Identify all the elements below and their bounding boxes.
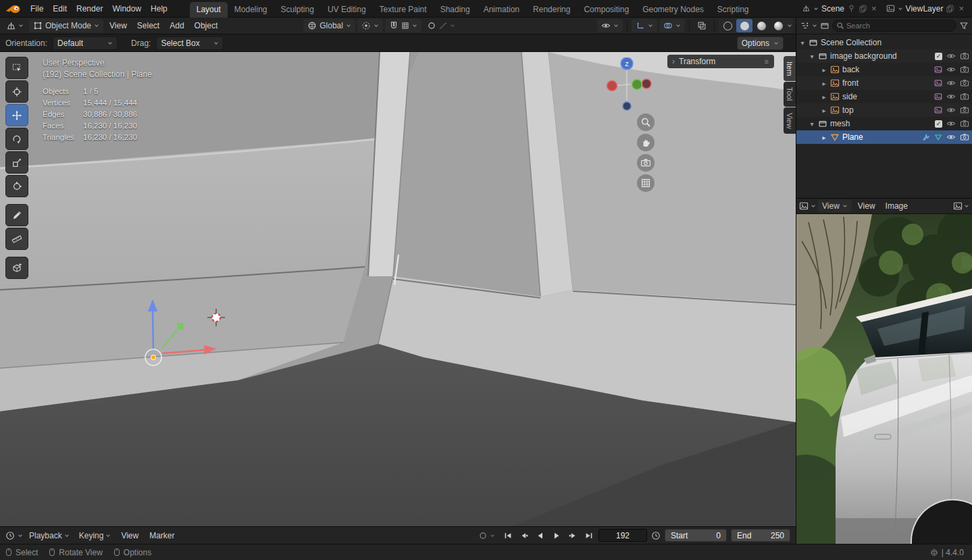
cursor-tool[interactable] (5, 80, 28, 103)
outliner-search-input[interactable] (832, 20, 956, 32)
playback-dropdown[interactable]: Playback (26, 529, 73, 542)
chevron-down-icon[interactable] (787, 23, 792, 28)
camera-icon[interactable] (960, 105, 969, 115)
expander-icon[interactable]: ▸ (821, 66, 827, 74)
axis-x-negative[interactable] (607, 81, 617, 91)
expander-icon[interactable]: ▸ (821, 93, 827, 101)
modifier-wrench-icon[interactable] (922, 133, 930, 141)
outliner-row-top[interactable]: ▸ top (796, 103, 972, 117)
tab-modeling[interactable]: Modeling (228, 2, 274, 18)
scene-selector[interactable]: Scene × (799, 3, 881, 15)
next-keyframe-button[interactable] (566, 530, 580, 542)
xray-toggle[interactable] (694, 19, 710, 32)
image-editor-icon[interactable] (799, 201, 809, 211)
tab-view[interactable]: View (784, 107, 796, 134)
proportional-edit-toggle[interactable] (424, 19, 459, 32)
jump-to-end-button[interactable] (582, 530, 596, 542)
outliner-row-image-background[interactable]: ▾ image background ✓ (796, 49, 972, 63)
mesh-data-icon[interactable] (934, 133, 942, 141)
unlink-scene-icon[interactable]: × (870, 4, 878, 13)
scale-tool[interactable] (5, 151, 28, 174)
play-reverse-button[interactable] (534, 530, 547, 542)
tab-geometry-nodes[interactable]: Geometry Nodes (636, 2, 711, 18)
pivot-point-dropdown[interactable] (357, 19, 383, 32)
tab-uv-editing[interactable]: UV Editing (321, 2, 373, 18)
tab-scripting[interactable]: Scripting (711, 2, 756, 18)
menu-object[interactable]: Object (190, 21, 222, 30)
transform-orientation-dropdown[interactable]: Global (303, 19, 355, 32)
shading-solid-button[interactable] (736, 19, 752, 32)
measure-tool[interactable] (5, 228, 28, 250)
transform-panel-header[interactable]: › Transform ≡ (667, 55, 774, 68)
menu-add[interactable]: Add (165, 21, 188, 30)
filter-icon[interactable] (959, 21, 969, 30)
menu-view[interactable]: View (105, 21, 131, 30)
eye-icon[interactable] (946, 105, 956, 115)
outliner-row-back[interactable]: ▸ back (796, 63, 972, 76)
transform-tool[interactable] (5, 175, 28, 197)
outliner-row-mesh[interactable]: ▾ mesh ✓ (796, 117, 972, 130)
pin-icon[interactable] (847, 4, 856, 13)
current-frame-field[interactable]: 192 (598, 529, 647, 542)
panel-grip-icon[interactable]: ≡ (765, 57, 769, 66)
camera-view-button[interactable] (637, 154, 655, 172)
camera-icon[interactable] (960, 119, 969, 128)
shading-material-button[interactable] (753, 19, 769, 32)
new-view-layer-icon[interactable] (946, 4, 954, 13)
tab-shading[interactable]: Shading (434, 2, 477, 18)
select-box-tool[interactable] (5, 57, 28, 79)
end-frame-field[interactable]: End 250 (731, 529, 790, 542)
outliner-row-scene-collection[interactable]: ▾ Scene Collection (796, 36, 972, 49)
tab-rendering[interactable]: Rendering (526, 2, 577, 18)
outliner-row-plane[interactable]: ▸ Plane (796, 130, 972, 144)
gizmos-dropdown[interactable] (632, 19, 657, 32)
checkbox-icon[interactable]: ✓ (935, 53, 942, 60)
camera-icon[interactable] (960, 78, 969, 88)
timeline-editor-icon[interactable] (5, 531, 15, 540)
menu-help[interactable]: Help (146, 1, 172, 16)
eye-icon[interactable] (946, 132, 956, 142)
display-mode-icon[interactable] (820, 21, 829, 30)
image-data-icon[interactable] (934, 93, 942, 101)
tab-animation[interactable]: Animation (477, 2, 526, 18)
tab-item[interactable]: Item (784, 56, 796, 81)
chevron-down-icon[interactable] (964, 203, 969, 209)
tab-tool[interactable]: Tool (784, 82, 796, 106)
camera-icon[interactable] (960, 132, 969, 142)
image-data-icon[interactable] (934, 66, 942, 74)
visibility-dropdown[interactable] (597, 19, 623, 32)
annotate-tool[interactable] (5, 204, 28, 226)
menu-file[interactable]: File (26, 1, 48, 16)
image-canvas[interactable] (796, 214, 972, 544)
menu-select[interactable]: Select (133, 21, 163, 30)
snap-dropdown[interactable] (385, 19, 421, 32)
tab-sculpting[interactable]: Sculpting (274, 2, 321, 18)
add-cube-tool[interactable] (5, 257, 28, 279)
axis-z-negative[interactable] (623, 102, 631, 110)
image-data-icon[interactable] (934, 106, 942, 114)
editor-type-button[interactable] (3, 19, 27, 32)
camera-icon[interactable] (960, 51, 969, 61)
menu-render[interactable]: Render (72, 1, 107, 16)
axis-y-positive[interactable] (632, 80, 642, 90)
chevron-down-icon[interactable] (812, 23, 817, 28)
hand-icon[interactable] (953, 243, 964, 254)
eye-icon[interactable] (946, 78, 956, 88)
image-mode-dropdown[interactable]: View (818, 200, 852, 212)
outliner-row-side[interactable]: ▸ side (796, 90, 972, 103)
expander-icon[interactable]: ▸ (821, 80, 827, 87)
tab-layout[interactable]: Layout (190, 2, 228, 18)
jump-to-start-button[interactable] (501, 530, 515, 542)
menu-edit[interactable]: Edit (48, 1, 72, 16)
shading-rendered-button[interactable] (770, 19, 786, 32)
tab-texture-paint[interactable]: Texture Paint (373, 2, 434, 18)
chevron-down-icon[interactable] (811, 203, 816, 209)
blender-logo-icon[interactable] (5, 3, 22, 14)
expander-icon[interactable]: ▸ (821, 107, 827, 114)
orientation-select[interactable]: Default (53, 36, 118, 50)
eye-icon[interactable] (946, 51, 956, 61)
browse-image-icon[interactable] (953, 201, 963, 211)
tab-compositing[interactable]: Compositing (577, 2, 636, 18)
menu-view[interactable]: View (854, 201, 879, 211)
menu-marker[interactable]: Marker (145, 531, 178, 540)
